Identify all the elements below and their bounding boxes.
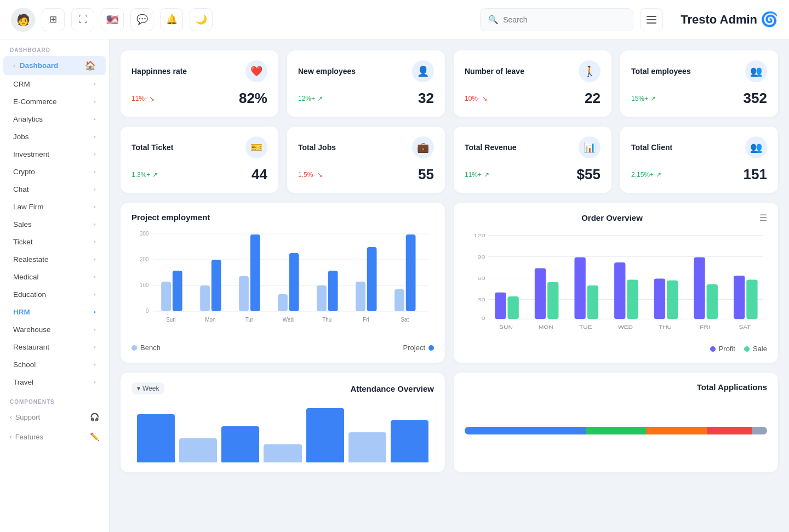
svg-rect-51 [734, 276, 745, 319]
sidebar-item-medical[interactable]: Medical ● [3, 268, 106, 285]
svg-rect-14 [278, 294, 288, 311]
house-icon: 🏠 [85, 60, 96, 71]
sidebar-item-label: Ticket [13, 238, 33, 246]
svg-rect-8 [161, 282, 171, 311]
change-value: 2.15%+ [631, 171, 654, 179]
sidebar-item-label: Education [13, 290, 46, 299]
arrow-up-icon: ↗ [484, 171, 489, 179]
brand-name: Tresto Admin [681, 13, 757, 27]
expand-icon[interactable]: ⛶ [71, 8, 94, 31]
sliders-icon[interactable]: ⊞ [42, 8, 65, 31]
svg-rect-43 [574, 258, 585, 319]
stat-title: Number of leave [465, 67, 524, 76]
svg-text:Fri: Fri [363, 317, 369, 323]
sidebar-item-label: Restaurant [13, 343, 49, 351]
week-badge[interactable]: ▾ Week [132, 382, 164, 394]
dropdown-arrow-icon: ▾ [137, 385, 140, 392]
sidebar-item-label: Investment [13, 150, 49, 158]
svg-rect-19 [367, 247, 377, 311]
sidebar-item-school[interactable]: School ● [3, 356, 106, 373]
sidebar-item-lawfirm[interactable]: Law Firm ● [3, 198, 106, 215]
svg-text:300: 300 [140, 231, 149, 237]
dot-icon: ● [93, 362, 96, 367]
project-employment-chart: Project employment 300 200 100 0 [121, 203, 445, 363]
sidebar-item-label: Crypto [13, 168, 35, 176]
charts-row: Project employment 300 200 100 0 [121, 203, 778, 363]
sidebar-item-education[interactable]: Education ● [3, 286, 106, 303]
sidebar-item-dashboard[interactable]: ‹ Dashboard 🏠 [3, 56, 106, 75]
hamburger-button[interactable] [640, 8, 663, 31]
dot-icon: ● [93, 152, 96, 157]
sidebar-item-travel[interactable]: Travel ● [3, 374, 106, 391]
sidebar-item-ecommerce[interactable]: E-Commerce ● [3, 93, 106, 110]
stat-change: 15%+ ↗ [631, 95, 656, 102]
svg-rect-21 [406, 234, 416, 311]
flag-icon[interactable]: 🇺🇸 [101, 8, 124, 31]
svg-rect-50 [707, 284, 718, 319]
svg-rect-46 [627, 280, 638, 319]
svg-text:30: 30 [477, 296, 485, 302]
change-value: 1.3%+ [132, 171, 150, 179]
segment-orange [646, 427, 706, 434]
sale-label: Sale [753, 345, 767, 353]
svg-rect-10 [200, 285, 210, 311]
svg-text:MON: MON [539, 325, 553, 330]
order-overview-menu-icon[interactable]: ☰ [759, 213, 767, 223]
svg-text:200: 200 [140, 256, 149, 262]
search-input[interactable] [503, 15, 625, 24]
bell-icon[interactable]: 🔔 [160, 8, 183, 31]
profit-label: Profit [719, 345, 735, 353]
sidebar-item-analytics[interactable]: Analytics ● [3, 111, 106, 128]
sidebar-features-collapse[interactable]: ‹ Features ✏️ [0, 427, 109, 447]
search-bar: 🔍 [480, 8, 633, 31]
profit-dot [710, 346, 716, 352]
chat-icon[interactable]: 💬 [130, 8, 153, 31]
stat-card-revenue: Total Revenue 📊 11%+ ↗ $55 [454, 127, 611, 193]
sidebar-support-collapse[interactable]: ‹ Support 🎧 [0, 407, 109, 427]
sidebar-item-restaurant[interactable]: Restaurant ● [3, 339, 106, 356]
sidebar-item-crm[interactable]: CRM ● [3, 76, 106, 93]
dot-icon: ● [93, 134, 96, 139]
order-overview-title: Order Overview [581, 213, 643, 222]
svg-rect-18 [356, 282, 365, 311]
change-value: 11%+ [465, 171, 482, 179]
change-value: 15%+ [631, 95, 648, 102]
sidebar-item-hrm[interactable]: HRM ● [3, 304, 106, 321]
bar-wed [221, 426, 259, 462]
svg-rect-52 [746, 280, 757, 319]
stat-title: Total employees [631, 67, 691, 76]
legend-bench: Bench [132, 344, 161, 352]
svg-rect-47 [654, 278, 665, 319]
sidebar-item-chat[interactable]: Chat ● [3, 181, 106, 198]
svg-text:0: 0 [146, 308, 149, 314]
sidebar-item-label: Sales [13, 220, 32, 228]
stat-value: 82% [239, 90, 267, 107]
sidebar-item-realestate[interactable]: Realestate ● [3, 251, 106, 268]
bench-dot [132, 345, 137, 351]
features-label: Features [15, 433, 43, 441]
svg-rect-41 [535, 268, 546, 319]
sidebar-item-ticket[interactable]: Ticket ● [3, 233, 106, 250]
total-applications-card: Total Applications [454, 373, 778, 472]
brand-icon: 🌀 [761, 11, 778, 28]
project-employment-legend: Bench Project [132, 344, 434, 352]
sidebar-section-dashboard: DASHBOARD [0, 39, 109, 55]
svg-text:120: 120 [473, 232, 485, 238]
bar-sat [348, 432, 386, 462]
sidebar-item-jobs[interactable]: Jobs ● [3, 128, 106, 145]
sidebar-item-crypto[interactable]: Crypto ● [3, 163, 106, 180]
svg-text:0: 0 [482, 316, 485, 321]
stat-card-new-employees: New employees 👤 12%+ ↗ 32 [287, 50, 445, 117]
sidebar-item-warehouse[interactable]: Warehouse ● [3, 321, 106, 338]
dot-icon: ● [93, 274, 96, 279]
project-employment-title: Project employment [132, 213, 434, 222]
dot-icon: ● [93, 99, 96, 104]
change-value: 12%+ [298, 95, 315, 102]
order-overview-legend: Profit Sale [465, 345, 767, 353]
sidebar-item-investment[interactable]: Investment ● [3, 146, 106, 163]
stat-icon: 💼 [412, 136, 434, 158]
svg-rect-11 [211, 260, 221, 311]
avatar[interactable]: 🧑 [11, 8, 35, 32]
moon-icon[interactable]: 🌙 [190, 8, 213, 31]
sidebar-item-sales[interactable]: Sales ● [3, 216, 106, 233]
